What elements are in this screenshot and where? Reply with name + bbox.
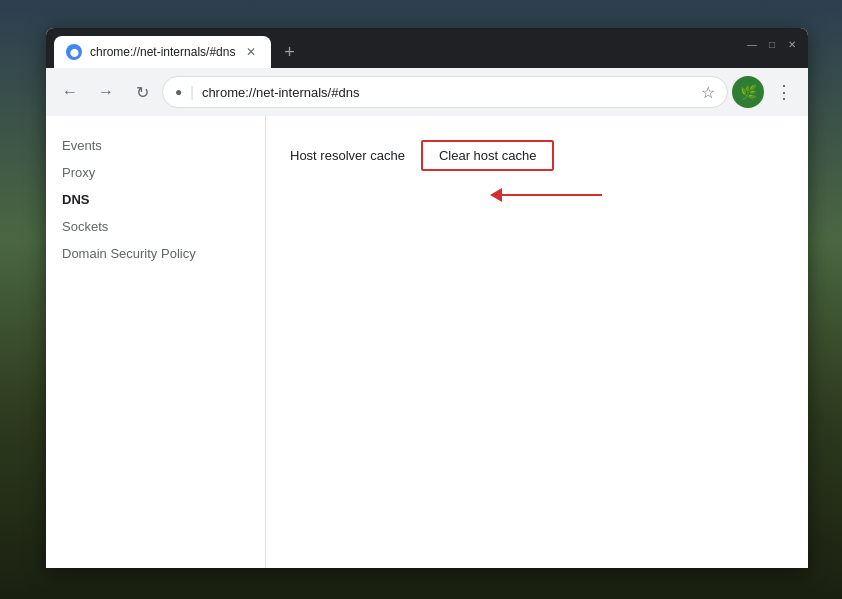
address-url: chrome://net-internals/#dns xyxy=(202,85,693,100)
active-tab[interactable]: ⬤ chrome://net-internals/#dns ✕ xyxy=(54,36,271,68)
tab-favicon: ⬤ xyxy=(66,44,82,60)
new-tab-button[interactable]: + xyxy=(275,38,303,66)
clear-host-cache-button[interactable]: Clear host cache xyxy=(421,140,555,171)
title-bar: ⬤ chrome://net-internals/#dns ✕ + — □ ✕ xyxy=(46,28,808,68)
favicon-char: ⬤ xyxy=(70,48,79,57)
arrow-line xyxy=(502,194,602,196)
address-separator: | xyxy=(190,84,194,100)
sidebar: Events Proxy DNS Sockets Domain Security… xyxy=(46,116,266,568)
sidebar-item-sockets[interactable]: Sockets xyxy=(46,213,265,240)
profile-icon: 🌿 xyxy=(740,84,757,100)
minimize-button[interactable]: — xyxy=(744,36,760,52)
sidebar-item-proxy[interactable]: Proxy xyxy=(46,159,265,186)
host-resolver-label: Host resolver cache xyxy=(290,148,405,163)
arrow-head xyxy=(490,188,502,202)
window-controls: — □ ✕ xyxy=(744,36,800,52)
sidebar-item-domain-security[interactable]: Domain Security Policy xyxy=(46,240,265,267)
security-icon: ● xyxy=(175,85,182,99)
sidebar-item-events[interactable]: Events xyxy=(46,132,265,159)
tab-area: ⬤ chrome://net-internals/#dns ✕ + xyxy=(54,28,736,68)
page-content: Events Proxy DNS Sockets Domain Security… xyxy=(46,116,808,568)
close-window-button[interactable]: ✕ xyxy=(784,36,800,52)
address-bar[interactable]: ● | chrome://net-internals/#dns ☆ xyxy=(162,76,728,108)
toolbar: ← → ↻ ● | chrome://net-internals/#dns ☆ … xyxy=(46,68,808,116)
dns-section: Host resolver cache Clear host cache xyxy=(290,140,784,171)
reload-button[interactable]: ↻ xyxy=(126,76,158,108)
back-button[interactable]: ← xyxy=(54,76,86,108)
main-content: Host resolver cache Clear host cache xyxy=(266,116,808,568)
forward-button[interactable]: → xyxy=(90,76,122,108)
sidebar-item-dns[interactable]: DNS xyxy=(46,186,265,213)
browser-window: ⬤ chrome://net-internals/#dns ✕ + — □ ✕ … xyxy=(46,28,808,568)
tab-close-button[interactable]: ✕ xyxy=(243,44,259,60)
profile-button[interactable]: 🌿 xyxy=(732,76,764,108)
arrow-annotation xyxy=(490,188,602,202)
maximize-button[interactable]: □ xyxy=(764,36,780,52)
chrome-menu-button[interactable]: ⋮ xyxy=(768,76,800,108)
bookmark-star-icon[interactable]: ☆ xyxy=(701,83,715,102)
tab-title: chrome://net-internals/#dns xyxy=(90,45,235,59)
